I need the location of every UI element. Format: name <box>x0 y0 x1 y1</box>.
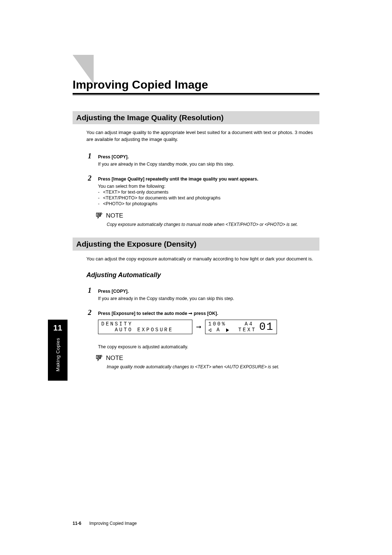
lcd-copies: 01 <box>256 321 274 332</box>
chapter-header: Improving Copied Image <box>73 78 319 95</box>
option-text: <TEXT> for text-only documents <box>103 190 168 195</box>
chapter-tab: 11 Making Copies <box>48 320 68 381</box>
section1-intro: You can adjust image quality to the appr… <box>86 129 318 143</box>
lcd-right-bot: A TEXT <box>208 327 256 333</box>
chapter-rule <box>73 93 319 95</box>
result-text: The copy exposure is adjusted automatica… <box>98 344 318 349</box>
section2-step2: 2 Press [Exposure] to select the auto mo… <box>86 308 318 317</box>
option-text: <PHOTO> for photographs <box>103 201 158 206</box>
step-title: Press [COPY]. <box>98 289 318 294</box>
step-number: 2 <box>86 174 91 182</box>
lcd-paper: A4 <box>245 321 254 327</box>
step-note: If you are already in the Copy standby m… <box>98 162 318 167</box>
lcd-right-top: 100% A4 <box>208 321 256 327</box>
note-label: NOTE <box>106 355 123 362</box>
lcd-left-line2: AUTO EXPOSURE <box>101 327 189 333</box>
note-body: Copy exposure automatically changes to m… <box>107 222 318 228</box>
option-item: -<PHOTO> for photographs <box>98 201 318 206</box>
subsection-heading: Adjusting Automatically <box>86 271 318 279</box>
section2-intro: You can adjust the copy exposure automat… <box>86 256 318 263</box>
options-intro: You can select from the following: <box>98 184 318 189</box>
option-item: -<TEXT> for text-only documents <box>98 190 318 195</box>
section1-body: You can adjust image quality to the appr… <box>86 129 318 227</box>
note-label: NOTE <box>106 212 123 219</box>
option-item: -<TEXT/PHOTO> for documents with text an… <box>98 195 318 200</box>
chapter-tab-label: Making Copies <box>55 338 61 372</box>
note-icon <box>95 355 103 362</box>
step-title: Press [Image Quality] repeatedly until t… <box>98 177 318 182</box>
lcd-zoom: 100% <box>208 321 226 327</box>
decorative-triangle <box>73 55 94 84</box>
note-body: Image quality mode automatically changes… <box>107 364 318 370</box>
note-heading: NOTE <box>95 355 318 362</box>
chapter-number: 11 <box>53 323 62 333</box>
content: Improving Copied Image Adjusting the Ima… <box>73 78 319 370</box>
lcd-mode-letter: A <box>216 327 221 333</box>
triangle-left-icon <box>208 328 211 332</box>
step-title: Press [Exposure] to select the auto mode… <box>98 311 318 316</box>
lcd-right: 100% A4 A TEXT 01 <box>205 320 277 334</box>
lcd-left: DENSITY AUTO EXPOSURE <box>98 320 192 334</box>
note-heading: NOTE <box>95 212 318 219</box>
page-footer: 11-6 Improving Copied Image <box>73 521 137 526</box>
option-text: <TEXT/PHOTO> for documents with text and… <box>103 195 221 200</box>
page: 11 Making Copies Improving Copied Image … <box>0 0 392 555</box>
step-title: Press [COPY]. <box>98 154 318 159</box>
step-number: 1 <box>86 286 91 295</box>
lcd-quality: TEXT <box>238 327 256 333</box>
note-icon <box>95 212 103 219</box>
section-heading-1: Adjusting the Image Quality (Resolution) <box>73 111 319 124</box>
lcd-row: DENSITY AUTO EXPOSURE ➞ 100% A4 A TEXT 0… <box>98 320 318 334</box>
section-heading-2: Adjusting the Exposure (Density) <box>73 238 319 251</box>
page-number: 11-6 <box>73 521 81 526</box>
section1-step1: 1 Press [COPY]. <box>86 152 318 160</box>
section2-body: You can adjust the copy exposure automat… <box>86 256 318 370</box>
section2-step1: 1 Press [COPY]. <box>86 286 318 295</box>
lcd-left-line1: DENSITY <box>101 321 189 327</box>
arrow-right-icon: ➞ <box>196 323 201 331</box>
step-number: 2 <box>86 308 91 317</box>
step-note: If you are already in the Copy standby m… <box>98 296 318 301</box>
step-number: 1 <box>86 152 91 160</box>
lcd-right-text: 100% A4 A TEXT <box>208 321 256 333</box>
footer-title: Improving Copied Image <box>89 521 137 526</box>
chapter-title: Improving Copied Image <box>73 78 319 93</box>
step2-options: You can select from the following: -<TEX… <box>98 184 318 206</box>
section1-step2: 2 Press [Image Quality] repeatedly until… <box>86 174 318 182</box>
